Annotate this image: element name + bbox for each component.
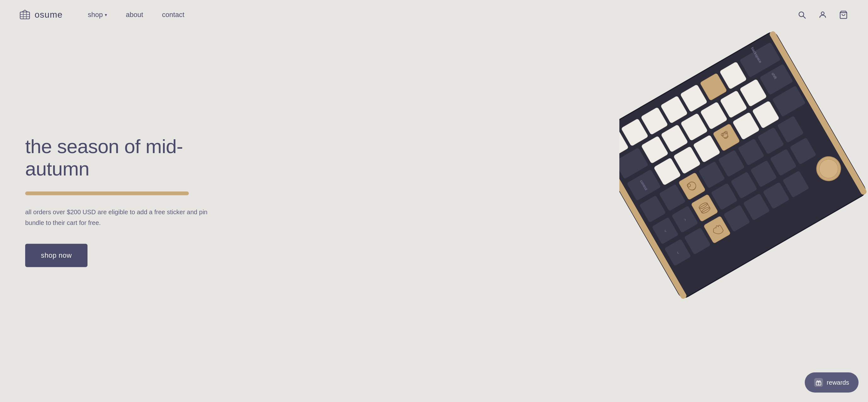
nav-shop[interactable]: shop ▾ [88,11,107,19]
search-button[interactable] [796,9,808,21]
svg-rect-0 [20,12,30,19]
rewards-button[interactable]: rewards [805,372,859,393]
shop-now-button[interactable]: shop now [25,243,88,267]
hero-content: the season of mid-autumn all orders over… [25,135,246,267]
account-icon [818,10,827,19]
navbar: osume shop ▾ about contact [0,0,868,30]
keyboard-image: backspace shift control [619,0,868,402]
logo-icon [19,9,31,21]
cart-icon [839,10,848,19]
rewards-icon [814,378,823,387]
hero-section: the season of mid-autumn all orders over… [0,0,868,402]
nav-about[interactable]: about [126,11,143,19]
logo-link[interactable]: osume [19,9,63,21]
svg-point-5 [799,12,804,17]
brand-name: osume [35,10,63,20]
shop-chevron-icon: ▾ [105,12,107,17]
hero-divider [25,191,189,195]
hero-title: the season of mid-autumn [25,135,246,180]
account-button[interactable] [817,9,828,21]
nav-links: shop ▾ about contact [88,11,184,19]
svg-point-7 [821,12,824,15]
nav-icons [796,9,849,21]
svg-line-6 [803,16,806,19]
hero-description: all orders over $200 USD are eligible to… [25,206,208,228]
keyboard-svg: backspace shift control [619,0,868,402]
search-icon [798,10,806,19]
cart-button[interactable] [838,9,849,21]
nav-contact[interactable]: contact [162,11,184,19]
